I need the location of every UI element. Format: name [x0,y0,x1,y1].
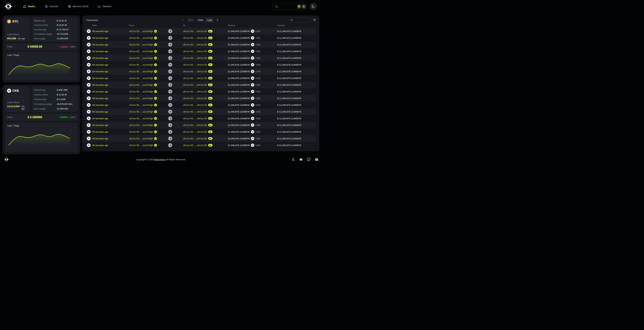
cell-from-address[interactable]: ckt1sr35...es214fgh 12 [128,90,168,93]
email-link[interactable] [315,158,318,161]
cell-from-address[interactable]: ckt1sr35...es214fgh 12 [128,64,168,66]
table-search[interactable] [289,18,311,23]
stat-row: Volume (24H) $ 23.87 M [34,24,75,26]
discord-link[interactable] [299,158,303,161]
cell-to-address[interactable]: ckt1sr35...ckt1sr35 99+ [180,97,228,100]
from-count-badge: 12 [154,70,157,73]
cell-time[interactable]: N 59 seconds ago [86,143,128,147]
cell-to-address[interactable]: ckt1sr35...ckt1sr35 99+ [180,104,228,106]
cell-from-address[interactable]: ckt1sr35...es214fgh 12 [128,70,168,73]
app-logo[interactable] [4,2,12,10]
cell-to-address[interactable]: ckt1sr35...ckt1sr35 99+ [180,117,228,120]
cell-from-address[interactable]: ckt1sr35...es214fgh 12 [128,130,168,133]
cell-time[interactable]: N 59 seconds ago [86,96,128,100]
arrow-right-icon [168,103,172,107]
cell-from-address[interactable]: ckt1sr35...es214fgh 12 [128,104,168,106]
cell-time[interactable]: N 59 seconds ago [86,56,128,60]
cell-to-address[interactable]: ckt1sr35...ckt1sr35 99+ [180,137,228,140]
cell-time[interactable]: N 59 seconds ago [86,130,128,134]
nav-item-label: Market [103,5,111,8]
ckb-latest-block-label: Latest Block [7,101,28,104]
theme-toggle-button[interactable] [310,3,317,10]
from-address-link: ckt1sr35...es214fgh [129,130,153,133]
cell-time[interactable]: N 59 seconds ago [86,90,128,94]
cell-to-address[interactable]: ckt1sr35...ckt1sr35 99+ [180,50,228,53]
table-search-input[interactable] [294,19,309,21]
cell-from-address[interactable]: ckt1sr35...es214fgh 12 [128,144,168,147]
cell-time[interactable]: N 59 seconds ago [86,36,128,40]
cell-time[interactable]: N 59 seconds ago [86,103,128,107]
ckb-unit-icon: N [251,56,254,60]
from-count-badge: 12 [154,137,157,140]
cell-to-address[interactable]: ckt1sr35...ckt1sr35 99+ [180,57,228,59]
filter-button[interactable] [313,18,316,22]
cell-time[interactable]: N 59 seconds ago [86,63,128,66]
time-link: 59 seconds ago [92,84,108,86]
cell-to-address[interactable]: ckt1sr35...ckt1sr35 99+ [180,64,228,66]
cell-from-address[interactable]: ckt1sr35...es214fgh 12 [128,30,168,33]
cell-from-address[interactable]: ckt1sr35...es214fgh 12 [128,43,168,46]
cell-to-address[interactable]: ckt1sr35...ckt1sr35 99+ [180,36,228,39]
cell-time[interactable]: N 59 seconds ago [86,29,128,33]
time-link: 59 seconds ago [92,117,108,120]
footer-logo[interactable] [4,157,9,162]
amount-value: 12,345,678.12345678 [228,30,250,32]
cell-amount: 12,345,678.12345678 N CKB [228,30,277,33]
cell-volume: $ 12,345,678.12345678 [277,124,316,126]
prev-page-button[interactable] [181,18,185,22]
next-page-button[interactable] [216,18,219,22]
last-page-button[interactable]: Last [205,18,214,23]
cell-time[interactable]: N 59 seconds ago [86,123,128,127]
nav-item-market[interactable]: Market [98,5,111,8]
amount-value: 12,345,678.12345678 [228,110,250,113]
cell-from-address[interactable]: ckt1sr35...es214fgh 12 [128,137,168,140]
cell-time[interactable]: N 59 seconds ago [86,116,128,120]
cell-from-address[interactable]: ckt1sr35...es214fgh 12 [128,57,168,60]
cell-to-address[interactable]: ckt1sr35...ckt1sr35 99+ [180,110,228,113]
cell-to-address[interactable]: ckt1sr35...ckt1sr35 99+ [180,84,228,86]
arrow-right-icon [168,83,172,87]
cell-from-address[interactable]: ckt1sr35...es214fgh 12 [128,97,168,100]
cell-time[interactable]: N 59 seconds ago [86,137,128,140]
nav-item-nervos-dao[interactable]: Nervos DAO [68,5,88,8]
cell-volume: $ 12,345,678.12345678 [277,64,316,66]
ckb-latest-block-number[interactable]: 13,214,834 [7,105,20,108]
cell-time[interactable]: N 59 seconds ago [86,70,128,73]
cell-to-address[interactable]: ckt1sr35...ckt1sr35 99+ [180,43,228,46]
cell-time[interactable]: N 59 seconds ago [86,43,128,46]
cell-to-address[interactable]: ckt1sr35...ckt1sr35 99+ [180,124,228,126]
cell-time[interactable]: N 59 seconds ago [86,83,128,87]
cell-from-address[interactable]: ckt1sr35...es214fgh 12 [128,84,168,86]
amount-value: 12,345,678.12345678 [228,124,250,126]
brand-link[interactable]: Magickbase [154,158,165,161]
stat-row: Market cap $ 13.87 B [34,20,75,22]
cell-to-address[interactable]: ckt1sr35...ckt1sr35 99+ [180,144,228,146]
x-twitter-link[interactable] [292,158,295,161]
cell-time[interactable]: N 59 seconds ago [86,110,128,114]
cell-volume: $ 12,345,678.12345678 [277,137,316,140]
github-link[interactable] [307,158,310,161]
cell-time[interactable]: N 59 seconds ago [86,50,128,53]
cell-amount: 12,345,678.12345678 N CKB [228,137,277,140]
cell-from-address[interactable]: ckt1sr35...es214fgh 12 [128,50,168,53]
first-page-button[interactable]: First [186,18,195,23]
cell-to-address[interactable]: ckt1sr35...ckt1sr35 99+ [180,130,228,133]
cell-to-address[interactable]: ckt1sr35...ckt1sr35 99+ [180,77,228,80]
cell-time[interactable]: N 59 seconds ago [86,76,128,80]
btc-latest-block-number[interactable]: 853,288 [7,37,16,40]
cell-from-address[interactable]: ckt1sr35...es214fgh 12 [128,124,168,126]
cell-from-address[interactable]: ckt1sr35...es214fgh 12 [128,110,168,113]
cell-from-address[interactable]: ckt1sr35...es214fgh 12 [128,117,168,120]
global-search[interactable]: ⌘ K [272,3,307,10]
cell-from-address[interactable]: ckt1sr35...es214fgh 12 [128,36,168,40]
nav-item-home[interactable]: Home [23,5,35,8]
nav-item-assets[interactable]: Assets [44,5,58,8]
to-count-badge: 99+ [208,97,212,100]
cell-to-address[interactable]: ckt1sr35...ckt1sr35 99+ [180,30,228,32]
market-icon [98,5,101,8]
cell-to-address[interactable]: ckt1sr35...ckt1sr35 99+ [180,70,228,73]
cell-from-address[interactable]: ckt1sr35...es214fgh 12 [128,77,168,80]
stat-value: $ 408.76M [57,89,68,91]
global-search-input[interactable] [280,5,296,8]
cell-to-address[interactable]: ckt1sr35...ckt1sr35 99+ [180,90,228,93]
